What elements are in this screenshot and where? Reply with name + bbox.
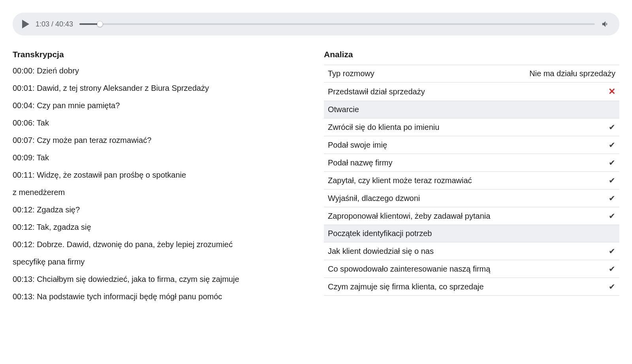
- transcript-line: 00:13: Na podstawie tych informacji będę…: [13, 291, 308, 302]
- player-time: 1:03 / 40:43: [36, 20, 73, 28]
- analysis-item-label: Zwrócił się do klienta po imieniu: [324, 118, 514, 136]
- analysis-item-value: ✔: [514, 207, 619, 225]
- analysis-row: Jak klient dowiedział się o nas✔: [324, 242, 619, 260]
- analysis-row: Zaproponował klientowi, żeby zadawał pyt…: [324, 207, 619, 225]
- analysis-item-value: ✔: [514, 278, 619, 296]
- analysis-section-row: Początek identyfikacji potrzeb: [324, 225, 619, 242]
- analysis-item-value: ✔: [514, 118, 619, 136]
- analysis-row: Przedstawił dział sprzedaży✕: [324, 83, 619, 101]
- analysis-item-label: Podał nazwę firmy: [324, 154, 514, 172]
- analysis-item-value: ✔: [514, 136, 619, 154]
- total-time: 40:43: [55, 20, 73, 28]
- analysis-item-label: Zaproponował klientowi, żeby zadawał pyt…: [324, 207, 514, 225]
- transcript-line: 00:12: Zgadza się?: [13, 204, 308, 216]
- analysis-row: Podał swoje imię✔: [324, 136, 619, 154]
- analysis-row: Co spowodowało zainteresowanie naszą fir…: [324, 260, 619, 278]
- check-icon: ✔: [609, 265, 615, 273]
- analysis-item-label: Wyjaśnił, dlaczego dzwoni: [324, 190, 514, 207]
- analysis-item-value: ✔: [514, 172, 619, 190]
- check-icon: ✔: [609, 176, 615, 185]
- transcript-title: Transkrypcja: [13, 50, 308, 59]
- analysis-item-label: Jak klient dowiedział się o nas: [324, 242, 514, 260]
- analysis-item-value: ✔: [514, 190, 619, 207]
- transcript-line: 00:00: Dzień dobry: [13, 65, 308, 77]
- seek-thumb[interactable]: [97, 21, 103, 27]
- analysis-panel: Analiza Typ rozmowyNie ma działu sprzeda…: [324, 50, 619, 308]
- analysis-row: Typ rozmowyNie ma działu sprzedaży: [324, 65, 619, 83]
- analysis-item-value: ✕: [514, 83, 619, 101]
- analysis-row: Zapytał, czy klient może teraz rozmawiać…: [324, 172, 619, 190]
- analysis-item-label: Przedstawił dział sprzedaży: [324, 83, 514, 101]
- analysis-section-label: Otwarcie: [324, 101, 619, 118]
- analysis-value-text: Nie ma działu sprzedaży: [529, 69, 615, 78]
- transcript-line: specyfikę pana firmy: [13, 256, 308, 268]
- analysis-item-value: ✔: [514, 154, 619, 172]
- transcript-line: 00:01: Dawid, z tej strony Aleksander z …: [13, 82, 308, 94]
- transcript-line: 00:12: Tak, zgadza się: [13, 221, 308, 233]
- transcript-line: 00:09: Tak: [13, 152, 308, 163]
- transcript-line: 00:12: Dobrze. Dawid, dzwonię do pana, ż…: [13, 238, 308, 250]
- analysis-row: Wyjaśnił, dlaczego dzwoni✔: [324, 190, 619, 207]
- analysis-item-value: Nie ma działu sprzedaży: [514, 65, 619, 83]
- cross-icon: ✕: [608, 86, 615, 96]
- transcript-body: 00:00: Dzień dobry00:01: Dawid, z tej st…: [13, 65, 308, 302]
- analysis-item-label: Zapytał, czy klient może teraz rozmawiać: [324, 172, 514, 190]
- analysis-item-value: ✔: [514, 242, 619, 260]
- check-icon: ✔: [609, 282, 615, 291]
- analysis-section-row: Otwarcie: [324, 101, 619, 118]
- analysis-section-label: Początek identyfikacji potrzeb: [324, 225, 619, 242]
- transcript-line: 00:11: Widzę, że zostawił pan prośbę o s…: [13, 169, 308, 181]
- analysis-item-label: Podał swoje imię: [324, 136, 514, 154]
- analysis-item-label: Czym zajmuje się firma klienta, co sprze…: [324, 278, 514, 296]
- play-button[interactable]: [22, 20, 29, 28]
- check-icon: ✔: [609, 247, 615, 255]
- analysis-item-label: Typ rozmowy: [324, 65, 514, 83]
- analysis-item-label: Co spowodowało zainteresowanie naszą fir…: [324, 260, 514, 278]
- audio-player: 1:03 / 40:43: [13, 13, 619, 36]
- transcript-line: 00:04: Czy pan mnie pamięta?: [13, 99, 308, 111]
- analysis-row: Czym zajmuje się firma klienta, co sprze…: [324, 278, 619, 296]
- analysis-row: Podał nazwę firmy✔: [324, 154, 619, 172]
- check-icon: ✔: [609, 212, 615, 220]
- check-icon: ✔: [609, 123, 615, 131]
- transcript-line: z menedżerem: [13, 186, 308, 198]
- check-icon: ✔: [609, 194, 615, 203]
- volume-icon[interactable]: [601, 20, 610, 28]
- analysis-item-value: ✔: [514, 260, 619, 278]
- transcript-line: 00:13: Chciałbym się dowiedzieć, jaka to…: [13, 273, 308, 285]
- transcript-line: 00:07: Czy może pan teraz rozmawiać?: [13, 134, 308, 146]
- analysis-table: Typ rozmowyNie ma działu sprzedażyPrzeds…: [324, 65, 619, 296]
- analysis-title: Analiza: [324, 50, 619, 59]
- analysis-row: Zwrócił się do klienta po imieniu✔: [324, 118, 619, 136]
- transcript-panel: Transkrypcja 00:00: Dzień dobry00:01: Da…: [13, 50, 308, 308]
- transcript-line: 00:06: Tak: [13, 117, 308, 129]
- seek-track[interactable]: [79, 23, 595, 25]
- check-icon: ✔: [609, 141, 615, 149]
- current-time: 1:03: [36, 20, 49, 28]
- check-icon: ✔: [609, 158, 615, 167]
